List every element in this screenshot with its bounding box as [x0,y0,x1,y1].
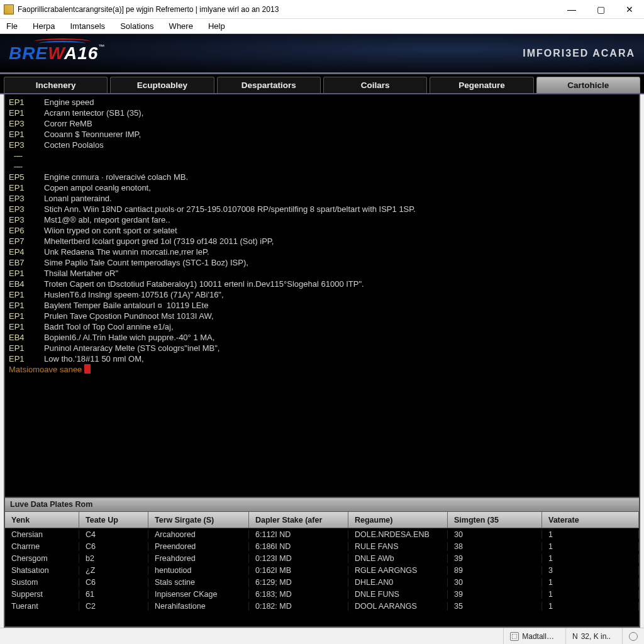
menu-imtansels[interactable]: Imtansels [70,21,105,31]
terminal-line: EP1Puninol Anterarácy Melte (STS cologrs… [9,343,635,353]
table-cell: Inpisenser CKage [148,590,249,599]
brand-banner: BREWA16™ IMFORI3ED ACARA [0,34,644,74]
statusbar: Madtall… N 32, K in.. [0,628,644,644]
status-ime[interactable]: Madtall… [503,628,554,644]
table-cell: 1 [542,590,639,599]
table-cell: Chersian [5,530,79,539]
cursor-icon [84,364,91,374]
column-header[interactable]: Dapler Stake (afer [249,512,348,528]
tab-inchenery[interactable]: Inchenery [4,77,108,93]
table-cell: DNLE AWb [348,554,448,563]
table-cell: 1 [542,542,639,551]
table-cell: 1 [542,530,639,539]
terminal-line: EP7Mheltertberd lcolart guport gred 1ol … [9,236,635,247]
table-row[interactable]: Supperst61Inpisenser CKage6:183; MDDNLE … [5,588,639,600]
terminal-line: EP1Low tho.'18#11 50 nml OM, [9,353,635,364]
logo-tm: ™ [98,43,105,50]
status-kbd-prefix: N [572,632,578,641]
terminal-output[interactable]: EP1Engine speedEP1Acrann tentector (SB1 … [5,94,639,497]
terminal-line: EP3Lonanl panteraind. [9,193,635,204]
tab-pegenature[interactable]: Pegenature [430,77,533,93]
terminal-line: EP5Engine cnmura · rolveracivé colach MB… [9,172,635,182]
menu-solations[interactable]: Solations [120,21,153,31]
maximize-button[interactable]: ▢ [586,0,615,18]
terminal-line: EP1Cooann $ Teonnuerer IMP, [9,129,635,140]
table-cell: RULE FANS [348,542,448,551]
terminal-line: EP6Wiion tryped on conft sport or selate… [9,225,635,236]
table-row[interactable]: SustomC6Stals sctine6:129; MDDHLE.AN0301 [5,576,639,588]
table-cell: 6:129; MD [249,578,348,587]
table-row[interactable]: Shatsatıon¿Zhentuotiod0:162I MBRGLE AARG… [5,564,639,576]
table-row[interactable]: CharrneC6Preendored6:186I NDRULE FANS381 [5,540,639,552]
close-button[interactable]: ✕ [615,0,644,18]
terminal-line: EP1Badrt Tool of Top Cool annine e1/aj, [9,321,635,332]
table-cell: Supperst [5,590,79,599]
terminal-line: EP4Unk Redaena The wunnin morcati.ne,rre… [9,247,635,257]
table-cell: 0:123I MD [249,554,348,563]
column-header[interactable]: Terw Sirgate (S) [148,512,249,528]
data-panel-title: Luve Data Plates Rom [5,498,639,512]
table-cell: b2 [79,554,148,563]
terminal-line: ---- [9,150,635,161]
terminal-line: EP1Thsilal Mertaher oR" [9,268,635,279]
table-row[interactable]: TuerantC2Nerahifastione0:182: MDDOOL AAR… [5,600,639,612]
terminal-line: EP1Acrann tentector (SB1 (35), [9,108,635,118]
logo-part-white: A16 [64,43,98,63]
terminal-line: EB4Troten Capert on tDsctotiud Fataberal… [9,279,635,289]
tab-despartatiors[interactable]: Despartatiors [217,77,321,93]
table-cell: 30 [448,578,542,587]
terminal-prompt[interactable]: Matsiomoave sanee [9,364,635,375]
terminal-line: EP3Cocten Poolalos [9,140,635,150]
table-cell: Tuerant [5,602,79,611]
window-controls: — ▢ ✕ [557,0,644,18]
table-cell: DOLE.NRDESA.ENB [348,530,448,539]
status-kbd-label: 32, K in.. [581,632,611,641]
column-header[interactable]: Teate Up [79,512,148,528]
column-header[interactable]: Yenk [5,512,79,528]
tab-cartohicle[interactable]: Cartohicle [536,77,640,93]
menubar: Fle Herpa Imtansels Solations Where Help [0,19,644,34]
terminal-line: EP3Mst1@® abl, nteport gerdant fare.. [9,214,635,225]
table-cell: RGLE AARGNGS [348,566,448,575]
terminal-frame: EP1Engine speedEP1Acrann tentector (SB1 … [4,94,640,498]
table-cell: 0:182: MD [249,602,348,611]
data-body[interactable]: ChersianC4Arcahoored6:112I NDDOLE.NRDESA… [5,528,639,626]
table-cell: 39 [448,554,542,563]
tab-ecuptoabley[interactable]: Ecuptoabley [110,77,214,93]
table-cell: 35 [448,602,542,611]
logo-part-red: W [48,43,64,63]
logo-part-blue: BRE [9,43,48,63]
tab-coilars[interactable]: Coilars [323,77,427,93]
table-cell: DNLE FUNS [348,590,448,599]
banner-caption: IMFORI3ED ACARA [523,48,635,59]
tab-strip: IncheneryEcuptoableyDespartatiorsCoilars… [0,74,644,94]
data-header-row: YenkTeate UpTerw Sirgate (S)Dapler Stake… [5,512,639,528]
table-cell: 1 [542,554,639,563]
table-row[interactable]: Chersgomb2Freahdored0:123I MDDNLE AWb391 [5,552,639,564]
table-cell: 6:186I ND [249,542,348,551]
status-sync[interactable] [622,628,638,644]
status-kbd[interactable]: N 32, K in.. [565,628,611,644]
column-header[interactable]: Vaterate [542,512,639,528]
terminal-line: EP3Cororr ReMB [9,118,635,129]
table-cell: DOOL AARANGS [348,602,448,611]
menu-where[interactable]: Where [169,21,193,31]
terminal-line: EP1Engine speed [9,97,635,108]
table-cell: 30 [448,530,542,539]
minimize-button[interactable]: — [557,0,586,18]
column-header[interactable]: Regaume) [348,512,448,528]
table-cell: Chersgom [5,554,79,563]
menu-file[interactable]: Fle [6,21,18,31]
terminal-line: EP1HuslenT6.d Inslngl speem·107516 (71A)… [9,289,635,300]
brand-logo: BREWA16™ [9,43,105,64]
window-title: Faoprillicrabalentcarangrsite(a)] pe wjg… [18,5,557,14]
table-cell: 39 [448,590,542,599]
app-icon [4,4,14,14]
table-cell: Preendored [148,542,249,551]
table-cell: 3 [542,566,639,575]
menu-herpa[interactable]: Herpa [33,21,55,31]
table-cell: DHLE.AN0 [348,578,448,587]
column-header[interactable]: Simgten (35 [448,512,542,528]
table-row[interactable]: ChersianC4Arcahoored6:112I NDDOLE.NRDESA… [5,528,639,540]
menu-help[interactable]: Help [208,21,225,31]
